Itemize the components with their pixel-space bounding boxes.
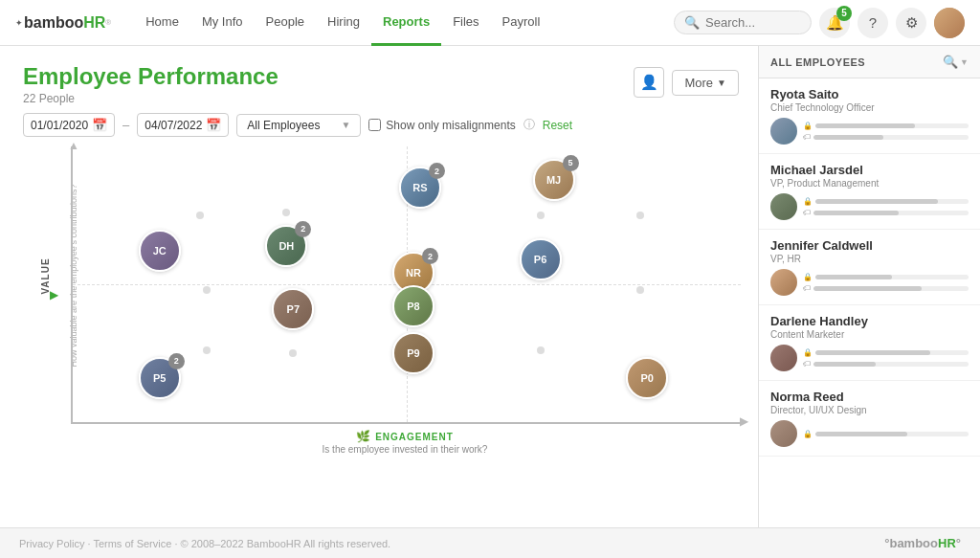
chart-employee-1[interactable]: RS 2 bbox=[399, 167, 441, 209]
date-end-input[interactable]: 04/07/2022 📅 bbox=[137, 113, 229, 137]
x-axis-question: Is the employee invested in their work? bbox=[71, 444, 739, 455]
panel-employee-title-4: Content Marketer bbox=[770, 329, 969, 340]
nav-right: 🔍 🔔 5 ? ⚙ bbox=[674, 8, 965, 38]
filter-dropdown[interactable]: All Employees ▼ bbox=[236, 114, 361, 137]
chart-count-badge-2: 5 bbox=[563, 155, 579, 171]
nav-links: Home My Info People Hiring Reports Files… bbox=[134, 0, 674, 46]
panel-search-icon: 🔍 bbox=[943, 55, 958, 69]
lock-icon-1: 🔒 bbox=[803, 122, 813, 130]
bar-fill-4a bbox=[815, 350, 930, 355]
panel-employee-item-4[interactable]: Darlene Handley Content Marketer 🔒 🏷 bbox=[759, 305, 980, 381]
misalignment-checkbox-label[interactable]: Show only misalignments bbox=[368, 119, 515, 132]
chart-employee-10[interactable]: P5 2 bbox=[139, 357, 181, 399]
footer-logo: °bambooHR° bbox=[884, 536, 961, 550]
calendar-end-icon: 📅 bbox=[206, 118, 221, 132]
dot-4 bbox=[537, 212, 545, 219]
date-end-value: 04/07/2022 bbox=[145, 119, 202, 132]
panel-avatar-4 bbox=[770, 345, 797, 371]
bar-bg-5a bbox=[815, 432, 969, 436]
more-button[interactable]: More ▼ bbox=[672, 70, 739, 96]
chart-employee-2[interactable]: MJ 5 bbox=[533, 159, 575, 201]
chart-employee-7[interactable]: P7 bbox=[272, 288, 314, 330]
bar-fill-5a bbox=[815, 432, 907, 436]
lock-icon-2: 🔒 bbox=[803, 197, 813, 206]
chart-employee-9[interactable]: P9 bbox=[392, 332, 434, 374]
panel-employee-name-5: Norma Reed bbox=[770, 390, 969, 404]
bar-bg-1a bbox=[815, 123, 969, 128]
chevron-down-icon: ▼ bbox=[717, 78, 726, 88]
panel-employee-name-1: Ryota Saito bbox=[770, 87, 969, 101]
nav-payroll[interactable]: Payroll bbox=[491, 0, 552, 46]
bar-fill-1b bbox=[813, 135, 883, 140]
nav-people[interactable]: People bbox=[255, 0, 316, 46]
leaf-icon: 🌿 bbox=[356, 430, 371, 443]
panel-avatar-5 bbox=[770, 420, 797, 447]
panel-employee-item-5[interactable]: Norma Reed Director, UI/UX Design 🔒 bbox=[759, 381, 980, 457]
filter-label: All Employees bbox=[247, 119, 320, 132]
bar-fill-3a bbox=[815, 275, 892, 279]
calendar-start-icon: 📅 bbox=[92, 118, 107, 132]
panel-employee-item-2[interactable]: Michael Jarsdel VP, Product Management 🔒… bbox=[759, 154, 980, 230]
main-content: Employee Performance 22 People 👤 More ▼ … bbox=[0, 46, 758, 527]
chart-count-badge-10: 2 bbox=[168, 353, 185, 369]
panel-employee-name-4: Darlene Handley bbox=[770, 314, 969, 328]
dot-7 bbox=[537, 346, 545, 354]
panel-employee-title-2: VP, Product Management bbox=[770, 178, 969, 189]
toolbar: 01/01/2020 📅 – 04/07/2022 📅 All Employee… bbox=[23, 113, 739, 137]
bar-fill-2a bbox=[815, 199, 938, 204]
search-icon: 🔍 bbox=[684, 15, 700, 30]
nav-hiring[interactable]: Hiring bbox=[316, 0, 371, 46]
y-axis-label: VALUE bbox=[40, 257, 51, 294]
nav-reports[interactable]: Reports bbox=[371, 0, 441, 46]
chart-employee-6[interactable]: P6 bbox=[520, 238, 562, 280]
bar-fill-4b bbox=[813, 362, 876, 367]
panel-employee-name-2: Michael Jarsdel bbox=[770, 163, 969, 177]
chart-employee-11[interactable]: P0 bbox=[626, 357, 668, 399]
tag-icon-4: 🏷 bbox=[803, 360, 811, 368]
panel-search-button[interactable]: 🔍 ▼ bbox=[943, 55, 969, 69]
x-axis-label: 🌿 ENGAGEMENT bbox=[71, 430, 739, 443]
notification-button[interactable]: 🔔 5 bbox=[819, 8, 850, 38]
chart-area: VALUE How valuable are the employee's co… bbox=[71, 146, 739, 455]
panel-employee-name-3: Jennifer Caldwell bbox=[770, 238, 969, 253]
nav-myinfo[interactable]: My Info bbox=[190, 0, 255, 46]
help-circle-icon[interactable]: ⓘ bbox=[523, 117, 535, 133]
page-title: Employee Performance bbox=[23, 63, 278, 90]
user-avatar[interactable] bbox=[934, 8, 965, 38]
panel-avatar-2 bbox=[770, 193, 797, 220]
panel-employee-item-1[interactable]: Ryota Saito Chief Technology Officer 🔒 🏷 bbox=[759, 78, 980, 154]
chart-employee-3[interactable]: JC bbox=[139, 230, 181, 272]
nav-home[interactable]: Home bbox=[134, 0, 190, 46]
dot-5 bbox=[636, 286, 644, 294]
dot-3 bbox=[203, 286, 211, 294]
chart-employee-4[interactable]: DH 2 bbox=[265, 225, 307, 267]
filter-arrow-icon: ▼ bbox=[341, 120, 350, 130]
lock-icon-3: 🔒 bbox=[803, 273, 813, 281]
help-button[interactable]: ? bbox=[858, 8, 888, 38]
add-person-button[interactable]: 👤 bbox=[634, 67, 664, 98]
dot-6 bbox=[203, 346, 211, 354]
tag-icon-3: 🏷 bbox=[803, 284, 811, 293]
misalignment-label: Show only misalignments bbox=[386, 119, 515, 132]
search-input[interactable] bbox=[705, 15, 801, 30]
date-separator: – bbox=[122, 118, 129, 132]
date-start-input[interactable]: 01/01/2020 📅 bbox=[23, 113, 115, 137]
panel-employee-item-3[interactable]: Jennifer Caldwell VP, HR 🔒 🏷 bbox=[759, 230, 980, 305]
bar-bg-2a bbox=[815, 199, 969, 204]
settings-button[interactable]: ⚙ bbox=[896, 8, 926, 38]
panel-employee-title-5: Director, UI/UX Design bbox=[770, 405, 969, 415]
nav-files[interactable]: Files bbox=[441, 0, 490, 46]
search-box[interactable]: 🔍 bbox=[674, 11, 812, 34]
logo[interactable]: ✦ bambooHR® bbox=[15, 14, 111, 32]
lock-icon-5: 🔒 bbox=[803, 430, 813, 438]
panel-employee-title-1: Chief Technology Officer bbox=[770, 102, 969, 113]
misalignment-checkbox[interactable] bbox=[368, 119, 381, 131]
reset-link[interactable]: Reset bbox=[543, 119, 572, 132]
bar-bg-2b bbox=[813, 211, 969, 215]
bar-bg-3a bbox=[815, 275, 969, 279]
person-add-icon: 👤 bbox=[640, 74, 658, 91]
chart-employee-8[interactable]: P8 bbox=[392, 285, 434, 327]
bar-bg-3b bbox=[813, 286, 969, 291]
dot-8 bbox=[636, 212, 644, 219]
panel-employee-title-3: VP, HR bbox=[770, 254, 969, 264]
